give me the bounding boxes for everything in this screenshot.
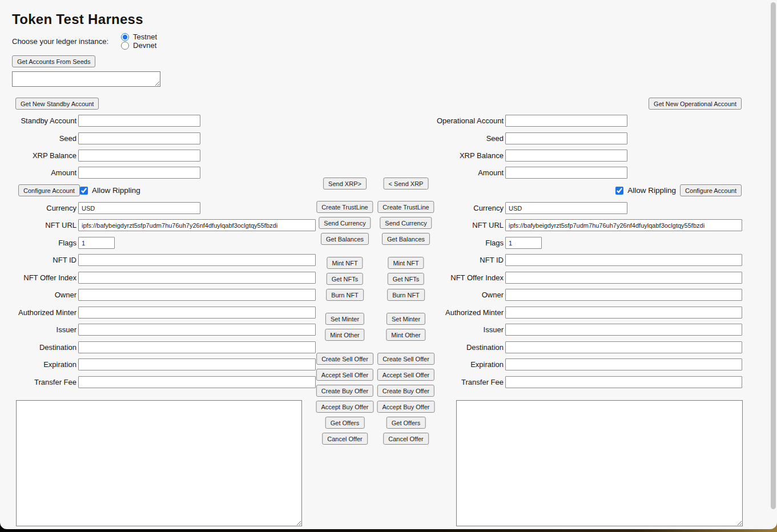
operational-operational-account-input[interactable] [505, 115, 627, 127]
operational-amount-label: Amount [365, 167, 504, 179]
operational-seed-input[interactable] [505, 132, 627, 144]
desktop-background: Token Test Harness Choose your ledger in… [0, 0, 777, 532]
standby-accept-buy-offer-button[interactable]: Accept Buy Offer [316, 401, 374, 413]
operational-xrp-balance-label: XRP Balance [365, 150, 504, 162]
standby-nft-url-input[interactable] [78, 219, 316, 231]
standby-get-balances-button[interactable]: Get Balances [321, 233, 369, 245]
ledger-instance-row: Choose your ledger instance: TestnetDevn… [12, 36, 171, 46]
operational-send-currency-button[interactable]: Send Currency [380, 217, 432, 229]
operational-destination-input[interactable] [505, 341, 742, 353]
operational-mint-nft-button[interactable]: Mint NFT [388, 257, 424, 269]
standby-standby-account-input[interactable] [78, 115, 200, 127]
standby-burn-nft-button[interactable]: Burn NFT [326, 289, 364, 301]
standby-allow-rippling-label: Allow Rippling [92, 186, 140, 195]
get-accounts-from-seeds-button[interactable]: Get Accounts From Seeds [12, 55, 95, 67]
standby-nft-offer-index-input[interactable] [78, 272, 316, 284]
operational-cancel-offer-button[interactable]: Cancel Offer [383, 433, 429, 445]
ledger-option-testnet[interactable]: Testnet [121, 33, 157, 41]
operational-get-balances-button[interactable]: Get Balances [382, 233, 430, 245]
standby-nft-id-input[interactable] [78, 254, 316, 266]
standby-owner-input[interactable] [78, 289, 316, 301]
operational-nft-id-input[interactable] [505, 254, 742, 266]
standby-amount-label: Amount [0, 167, 77, 179]
operational-nft-url-input[interactable] [505, 219, 742, 231]
standby-owner-label: Owner [0, 289, 77, 301]
ledger-option-devnet[interactable]: Devnet [121, 41, 157, 50]
ledger-instance-label: Choose your ledger instance: [12, 37, 108, 46]
standby-transfer-fee-label: Transfer Fee [0, 376, 77, 388]
operational-create-trustline-button[interactable]: Create TrustLine [377, 201, 434, 213]
operational-owner-input[interactable] [505, 289, 742, 301]
standby-allow-rippling-checkbox[interactable] [80, 187, 88, 195]
get-new-standby-account-button[interactable]: Get New Standby Account [15, 98, 99, 110]
seeds-textarea[interactable] [12, 71, 160, 87]
ledger-radio-devnet[interactable] [121, 42, 129, 50]
standby-set-minter-button[interactable]: Set Minter [325, 313, 364, 325]
standby-xrp-balance-input[interactable] [78, 150, 200, 162]
operational-allow-rippling-checkbox[interactable] [615, 187, 623, 195]
standby-results-textarea[interactable] [16, 400, 302, 526]
standby-nft-offer-index-label: NFT Offer Index [0, 272, 77, 284]
scrollbar-thumb[interactable] [771, 2, 776, 509]
standby-create-sell-offer-button[interactable]: Create Sell Offer [316, 353, 373, 365]
standby-currency-input[interactable] [78, 202, 200, 214]
operational-create-sell-offer-button[interactable]: Create Sell Offer [377, 353, 434, 365]
standby-destination-input[interactable] [78, 341, 316, 353]
standby-configure-account-button[interactable]: Configure Account [18, 184, 80, 196]
page-title: Token Test Harness [12, 11, 143, 27]
standby-standby-account-label: Standby Account [0, 115, 77, 127]
standby-xrp-balance-label: XRP Balance [0, 150, 77, 162]
standby-configure-row: Configure Account Allow Rippling [18, 184, 144, 196]
operational-get-nfts-button[interactable]: Get NFTs [388, 273, 424, 285]
ledger-options: TestnetDevnet [121, 33, 171, 50]
operational-mint-other-button[interactable]: Mint Other [386, 329, 425, 341]
standby-flags-label: Flags [0, 237, 77, 249]
operational-authorized-minter-input[interactable] [505, 307, 742, 319]
standby-nft-id-label: NFT ID [0, 254, 77, 266]
operational-set-minter-button[interactable]: Set Minter [387, 313, 425, 325]
ledger-radio-label: Devnet [133, 41, 156, 50]
standby-cancel-offer-button[interactable]: Cancel Offer [322, 433, 368, 445]
standby-expiration-input[interactable] [78, 358, 316, 370]
standby-issuer-label: Issuer [0, 324, 77, 336]
operational-expiration-input[interactable] [505, 358, 742, 370]
standby-get-offers-button[interactable]: Get Offers [325, 417, 365, 429]
operational-accept-sell-offer-button[interactable]: Accept Sell Offer [377, 369, 434, 381]
operational-transfer-fee-input[interactable] [505, 376, 742, 388]
operational-currency-input[interactable] [505, 202, 627, 214]
get-new-operational-account-button[interactable]: Get New Operational Account [649, 98, 742, 110]
standby-mint-other-button[interactable]: Mint Other [325, 329, 364, 341]
operational-issuer-input[interactable] [505, 324, 742, 336]
standby-authorized-minter-input[interactable] [78, 307, 316, 319]
operational-allow-rippling-label: Allow Rippling [627, 186, 676, 195]
operational-get-offers-button[interactable]: Get Offers [387, 417, 426, 429]
ledger-radio-testnet[interactable] [121, 33, 129, 41]
standby-destination-label: Destination [0, 341, 77, 353]
operational-create-buy-offer-button[interactable]: Create Buy Offer [377, 385, 434, 397]
standby-seed-input[interactable] [78, 132, 200, 144]
standby-seed-label: Seed [0, 132, 77, 144]
standby-currency-label: Currency [0, 202, 77, 214]
operational-xrp-balance-input[interactable] [505, 150, 627, 162]
ledger-radio-label: Testnet [133, 33, 157, 41]
operational-nft-id-label: NFT ID [365, 254, 504, 266]
standby-mint-nft-button[interactable]: Mint NFT [327, 257, 363, 269]
operational-burn-nft-button[interactable]: Burn NFT [387, 289, 425, 301]
standby-send-currency-button[interactable]: Send Currency [319, 217, 371, 229]
standby-transfer-fee-input[interactable] [78, 376, 316, 388]
operational-configure-row: Allow Rippling Configure Account [615, 184, 742, 196]
operational-send-xrp-button[interactable]: < Send XRP [384, 178, 429, 190]
operational-results-textarea[interactable] [456, 400, 743, 526]
standby-issuer-input[interactable] [78, 324, 316, 336]
operational-accept-buy-offer-button[interactable]: Accept Buy Offer [377, 401, 435, 413]
standby-get-nfts-button[interactable]: Get NFTs [327, 273, 363, 285]
standby-amount-input[interactable] [78, 167, 200, 179]
operational-configure-account-button[interactable]: Configure Account [680, 184, 742, 196]
operational-nft-offer-index-input[interactable] [505, 272, 742, 284]
operational-amount-input[interactable] [505, 167, 627, 179]
standby-create-trustline-button[interactable]: Create TrustLine [316, 201, 373, 213]
operational-flags-input[interactable] [505, 237, 542, 249]
standby-send-xrp-button[interactable]: Send XRP> [323, 178, 367, 190]
standby-flags-input[interactable] [78, 237, 115, 249]
operational-seed-label: Seed [365, 132, 504, 144]
